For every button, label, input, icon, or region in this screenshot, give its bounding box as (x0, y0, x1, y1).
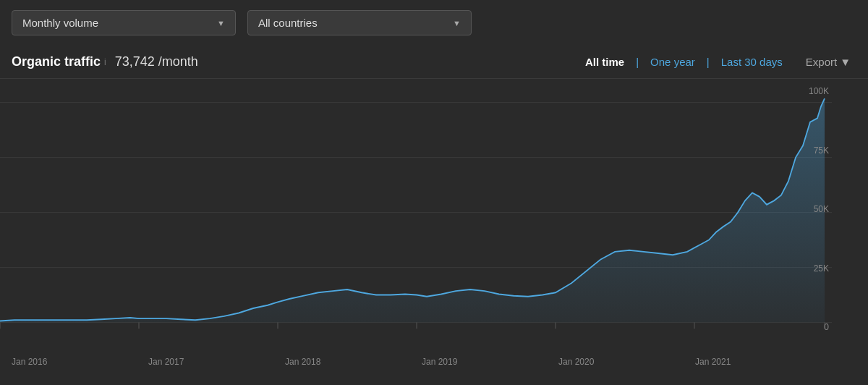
chart-svg (0, 79, 832, 354)
country-dropdown-label: All countries (258, 17, 318, 29)
x-label-2016: Jan 2016 (12, 357, 47, 367)
x-axis-labels: Jan 2016 Jan 2017 Jan 2018 Jan 2019 Jan … (0, 354, 868, 367)
volume-dropdown[interactable]: Monthly volume ▼ (12, 10, 236, 35)
metric-value: 73,742 /month (115, 54, 198, 69)
x-label-2018: Jan 2018 (285, 357, 320, 367)
filter-one-year[interactable]: One year (639, 53, 707, 71)
filter-last-30[interactable]: Last 30 days (710, 53, 794, 71)
metric-label: Organic traffic (12, 54, 101, 69)
x-label-2019: Jan 2019 (422, 357, 457, 367)
time-filters: All time | One year | Last 30 days Expor… (574, 53, 856, 71)
top-bar: Monthly volume ▼ All countries ▼ (0, 0, 868, 46)
info-icon[interactable]: i (104, 57, 106, 67)
export-button[interactable]: Export ▼ (800, 53, 856, 71)
country-dropdown[interactable]: All countries ▼ (247, 10, 472, 35)
metric-bar: Organic traffic i 73,742 /month All time… (0, 46, 868, 79)
x-label-2017: Jan 2017 (148, 357, 184, 367)
country-dropdown-arrow: ▼ (453, 19, 461, 28)
filter-all-time[interactable]: All time (574, 53, 636, 71)
x-label-2020: Jan 2020 (558, 357, 594, 367)
volume-dropdown-arrow: ▼ (217, 19, 225, 28)
export-arrow: ▼ (840, 56, 851, 68)
chart-area: 100K 75K 50K 25K 0 (0, 79, 832, 354)
chart-container: 100K 75K 50K 25K 0 (0, 79, 868, 354)
volume-dropdown-label: Monthly volume (22, 17, 98, 29)
export-label: Export (806, 56, 837, 68)
x-label-2021: Jan 2021 (695, 357, 731, 367)
